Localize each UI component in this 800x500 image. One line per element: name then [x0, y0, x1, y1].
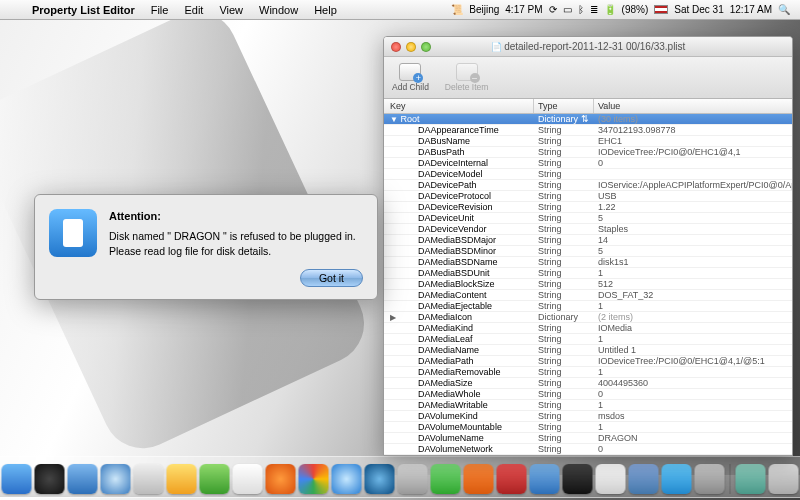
dock-firefox-icon[interactable] — [266, 464, 296, 494]
table-row[interactable]: DAMediaContentStringDOS_FAT_32 — [384, 290, 792, 301]
time-status-2[interactable]: 12:17 AM — [730, 4, 772, 15]
bluetooth-icon[interactable]: ᛒ — [578, 4, 584, 15]
menu-help[interactable]: Help — [306, 4, 345, 16]
column-type[interactable]: Type — [534, 99, 594, 113]
table-row[interactable]: DAMediaEjectableString1 — [384, 301, 792, 312]
dock-utility-icon[interactable] — [629, 464, 659, 494]
row-type[interactable]: String — [534, 224, 594, 234]
row-type[interactable]: String — [534, 378, 594, 388]
table-row[interactable]: DAAppearanceTimeString347012193.098778 — [384, 125, 792, 136]
row-value[interactable]: 1 — [594, 268, 792, 278]
table-row[interactable]: DADeviceRevisionString1.22 — [384, 202, 792, 213]
row-type[interactable]: String — [534, 433, 594, 443]
row-value[interactable]: IOMedia — [594, 323, 792, 333]
input-flag-icon[interactable] — [654, 5, 668, 14]
row-type[interactable]: String — [534, 367, 594, 377]
table-row[interactable]: DAMediaWritableString1 — [384, 400, 792, 411]
row-type[interactable]: String — [534, 444, 594, 454]
table-body[interactable]: ▼ Root Dictionary ⇅ (30 items) DAAppeara… — [384, 114, 792, 455]
row-value[interactable]: 0 — [594, 158, 792, 168]
row-type[interactable]: String — [534, 400, 594, 410]
dock-ichat-icon[interactable] — [167, 464, 197, 494]
battery-icon[interactable]: 🔋 — [604, 4, 616, 15]
table-row[interactable]: DADeviceProtocolStringUSB — [384, 191, 792, 202]
app-menu[interactable]: Property List Editor — [24, 4, 143, 16]
row-value[interactable]: IODeviceTree:/PCI0@0/EHC1@4,1/@5:1 — [594, 356, 792, 366]
table-row[interactable]: DAMediaBlockSizeString512 — [384, 279, 792, 290]
row-value[interactable]: 5 — [594, 246, 792, 256]
dock-calendar-icon[interactable] — [233, 464, 263, 494]
table-row[interactable]: DAMediaSizeString4004495360 — [384, 378, 792, 389]
table-row[interactable]: DADeviceInternalString0 — [384, 158, 792, 169]
root-type[interactable]: Dictionary — [538, 114, 578, 124]
row-value[interactable]: 1.22 — [594, 202, 792, 212]
row-type[interactable]: String — [534, 290, 594, 300]
menu-file[interactable]: File — [143, 4, 177, 16]
row-value[interactable]: EHC1 — [594, 136, 792, 146]
dock-dashboard-icon[interactable] — [35, 464, 65, 494]
disclosure-triangle-icon[interactable]: ▼ — [390, 114, 398, 124]
dock-safari-icon[interactable] — [101, 464, 131, 494]
menu-view[interactable]: View — [211, 4, 251, 16]
table-row[interactable]: DAMediaNameStringUntitled 1 — [384, 345, 792, 356]
row-type[interactable]: String — [534, 136, 594, 146]
row-value[interactable]: 5 — [594, 213, 792, 223]
row-type[interactable]: String — [534, 422, 594, 432]
disclosure-triangle-icon[interactable]: ▶ — [390, 312, 398, 322]
row-type[interactable]: String — [534, 301, 594, 311]
table-row[interactable]: DABusPathStringIODeviceTree:/PCI0@0/EHC1… — [384, 147, 792, 158]
dock-prefs-icon[interactable] — [695, 464, 725, 494]
window-titlebar[interactable]: detailed-report-2011-12-31 00/16/33.plis… — [384, 37, 792, 57]
row-type[interactable]: String — [534, 279, 594, 289]
row-value[interactable]: 14 — [594, 235, 792, 245]
row-value[interactable]: 347012193.098778 — [594, 125, 792, 135]
add-child-button[interactable]: Add Child — [392, 63, 429, 92]
row-value[interactable]: 1 — [594, 301, 792, 311]
got-it-button[interactable]: Got it — [300, 269, 363, 287]
dock-trash-icon[interactable] — [769, 464, 799, 494]
row-value[interactable]: Untitled 1 — [594, 345, 792, 355]
row-type[interactable]: String — [534, 411, 594, 421]
table-row[interactable]: DADeviceModelString — [384, 169, 792, 180]
dock-finder-icon[interactable] — [2, 464, 32, 494]
row-value[interactable]: USB — [594, 191, 792, 201]
row-type[interactable]: String — [534, 213, 594, 223]
table-row[interactable]: DAMediaRemovableString1 — [384, 367, 792, 378]
table-row[interactable]: DADevicePathStringIOService:/AppleACPIPl… — [384, 180, 792, 191]
row-type[interactable]: String — [534, 180, 594, 190]
display-icon[interactable]: ▭ — [563, 4, 572, 15]
dock-mail-icon[interactable] — [134, 464, 164, 494]
row-value[interactable]: IOService:/AppleACPIPlatformExpert/PCI0@… — [594, 180, 792, 190]
row-type[interactable]: String — [534, 334, 594, 344]
row-value[interactable]: 1 — [594, 400, 792, 410]
row-type[interactable]: String — [534, 257, 594, 267]
row-type[interactable]: String — [534, 323, 594, 333]
table-row[interactable]: DAVolumeKindStringmsdos — [384, 411, 792, 422]
table-row[interactable]: DAVolumeNameStringDRAGON — [384, 433, 792, 444]
row-type[interactable]: String — [534, 356, 594, 366]
table-row[interactable]: DAMediaBSDNameStringdisk1s1 — [384, 257, 792, 268]
row-value[interactable]: 4004495360 — [594, 378, 792, 388]
row-type[interactable]: String — [534, 147, 594, 157]
table-row[interactable]: DAVolumeNetworkString0 — [384, 444, 792, 455]
row-type[interactable]: Dictionary — [534, 312, 594, 322]
row-type[interactable]: String — [534, 389, 594, 399]
row-value[interactable]: DOS_FAT_32 — [594, 290, 792, 300]
dock-app1-icon[interactable] — [662, 464, 692, 494]
row-value[interactable]: 512 — [594, 279, 792, 289]
sync-icon[interactable]: ⟳ — [549, 4, 557, 15]
row-value[interactable]: 0 — [594, 389, 792, 399]
row-value[interactable]: 1 — [594, 334, 792, 344]
table-row[interactable]: DAMediaBSDMinorString5 — [384, 246, 792, 257]
menu-window[interactable]: Window — [251, 4, 306, 16]
table-row[interactable]: DAMediaBSDUnitString1 — [384, 268, 792, 279]
dock-downloads-icon[interactable] — [736, 464, 766, 494]
close-button[interactable] — [391, 42, 401, 52]
table-row[interactable]: DAMediaBSDMajorString14 — [384, 235, 792, 246]
dock-photobooth-icon[interactable] — [464, 464, 494, 494]
table-row[interactable]: DAVolumeMountableString1 — [384, 422, 792, 433]
row-type[interactable]: String — [534, 169, 594, 179]
root-row[interactable]: ▼ Root Dictionary ⇅ (30 items) — [384, 114, 792, 125]
table-row[interactable]: DAMediaPathStringIODeviceTree:/PCI0@0/EH… — [384, 356, 792, 367]
row-value[interactable] — [594, 169, 792, 179]
